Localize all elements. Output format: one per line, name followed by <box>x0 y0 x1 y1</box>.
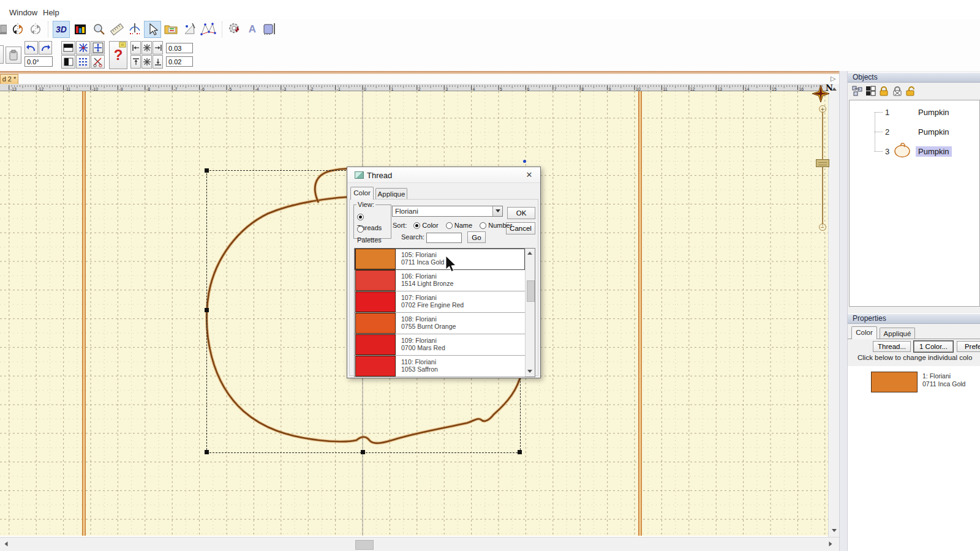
scroll-up-icon[interactable] <box>527 252 532 255</box>
clipboard-button[interactable] <box>6 47 21 64</box>
align-left-icon[interactable] <box>130 41 141 54</box>
redo-button[interactable] <box>39 41 52 54</box>
text-tool-icon[interactable]: A <box>244 21 261 38</box>
spacing-top-input[interactable] <box>166 43 193 53</box>
thread-list-scrollbar[interactable] <box>525 249 535 377</box>
thread-list-item[interactable]: 106: Floriani 1514 Light Bronze <box>355 270 525 291</box>
view-palettes-radio[interactable]: Palettes <box>357 223 391 245</box>
unlock-icon[interactable] <box>905 85 916 96</box>
ok-button[interactable]: OK <box>507 207 535 219</box>
zoom-in-button[interactable]: + <box>819 105 826 113</box>
undo-button[interactable] <box>24 41 38 54</box>
menu-window[interactable]: Window <box>9 8 37 17</box>
thread-list-item[interactable]: 108: Floriani 0755 Burnt Orange <box>355 313 525 334</box>
go-button[interactable]: Go <box>467 231 486 243</box>
rotation-input[interactable] <box>24 56 53 67</box>
flip-horizontal-icon[interactable] <box>9 21 26 38</box>
spacing-bottom-input[interactable] <box>166 56 193 67</box>
properties-tab-color[interactable]: Color <box>851 326 877 339</box>
scroll-right-icon[interactable] <box>829 542 832 547</box>
stitch-needle-icon[interactable] <box>126 21 143 38</box>
fit-view-icon[interactable] <box>91 41 105 54</box>
stamp-icon[interactable] <box>0 21 9 38</box>
selection-handle-top-left[interactable] <box>205 168 209 173</box>
canvas-zoom-slider[interactable]: + − <box>815 105 831 231</box>
dropdown-button[interactable] <box>492 206 502 216</box>
thread-list[interactable]: 105: Floriani 0711 Inca Gold 106: Floria… <box>354 248 535 377</box>
scroll-down-icon[interactable] <box>832 529 837 532</box>
lock-icon[interactable] <box>878 85 889 96</box>
stitch-list-icon[interactable] <box>76 55 90 69</box>
scroll-thumb[interactable] <box>527 280 535 302</box>
selection-handle-bottom-left[interactable] <box>205 450 209 454</box>
selection-handle-mid-left[interactable] <box>205 308 209 312</box>
svg-text:-6: -6 <box>201 87 205 91</box>
zoom-out-button[interactable]: − <box>819 223 826 231</box>
search-input[interactable] <box>426 233 462 243</box>
objects-panel-header: Objects <box>848 72 980 83</box>
menu-help[interactable]: Help <box>43 8 59 17</box>
thread-id: 110: Floriani <box>401 358 436 365</box>
panel-splitter[interactable] <box>839 71 848 551</box>
partial-button[interactable] <box>0 45 4 64</box>
selection-handle-bottom-center[interactable] <box>361 450 365 454</box>
flip-vertical-icon[interactable] <box>27 21 44 38</box>
center-vertical-icon[interactable] <box>141 55 152 69</box>
contrast-icon[interactable] <box>61 55 75 69</box>
zoom-slider-handle[interactable] <box>816 159 829 167</box>
lock-x-icon[interactable] <box>892 85 903 96</box>
thread-button[interactable]: Thread... <box>873 341 911 352</box>
applique-tool-icon[interactable] <box>262 21 279 38</box>
dialog-tab-applique[interactable]: Applique <box>375 188 407 200</box>
align-bottom-icon[interactable] <box>153 55 163 69</box>
thread-list-item[interactable]: 109: Floriani 0700 Mars Red <box>355 334 525 356</box>
thread-list-item[interactable]: 110: Floriani 1053 Saffron <box>355 356 525 377</box>
zoom-tool-icon[interactable] <box>91 21 108 38</box>
horizontal-scroll-thumb[interactable] <box>355 540 374 550</box>
object-item-3-selected[interactable]: Pumpkin <box>916 146 952 157</box>
objects-list[interactable]: 1 Pumpkin 2 Pumpkin 3 Pumpkin <box>849 100 980 307</box>
group-objects-icon[interactable] <box>851 85 862 96</box>
thread-list-item[interactable]: 107: Floriani 0702 Fire Engine Red <box>355 291 525 313</box>
thread-name: 1053 Saffron <box>401 365 438 373</box>
expand-arrows-icon[interactable] <box>76 41 90 54</box>
mesh-points-icon[interactable] <box>200 21 217 38</box>
brand-dropdown[interactable]: Floriani <box>392 206 503 217</box>
color-chart-icon[interactable] <box>72 21 89 38</box>
tab-scroll-arrow-icon[interactable]: ▷ <box>831 75 835 83</box>
scissors-icon[interactable] <box>91 55 105 69</box>
document-tab[interactable]: d 2 * <box>0 74 18 84</box>
object-item-1[interactable]: Pumpkin <box>916 107 952 118</box>
center-horizontal-icon[interactable] <box>141 41 152 54</box>
measure-ruler-icon[interactable] <box>108 21 126 38</box>
3d-view-button[interactable]: 3D <box>53 21 70 38</box>
settings-gear-icon[interactable] <box>226 21 243 38</box>
align-top-icon[interactable] <box>130 55 141 69</box>
scroll-down-icon[interactable] <box>527 370 532 373</box>
sort-color-radio[interactable]: Color <box>413 222 438 229</box>
background-mode-icon[interactable] <box>61 41 75 54</box>
help-button[interactable]: ? <box>109 41 127 69</box>
svg-text:7: 7 <box>554 87 557 91</box>
properties-tab-applique[interactable]: Appliqué <box>880 328 915 339</box>
object-item-2[interactable]: Pumpkin <box>916 127 952 137</box>
dialog-title: Thread <box>367 171 392 180</box>
sort-name-radio[interactable]: Name <box>446 222 472 229</box>
sequence-view-icon[interactable] <box>162 21 179 38</box>
scroll-left-icon[interactable] <box>5 542 8 547</box>
canvas-horizontal-scrollbar[interactable] <box>0 537 839 551</box>
thread-list-item[interactable]: 105: Floriani 0711 Inca Gold <box>355 249 525 270</box>
close-icon[interactable]: ✕ <box>524 170 534 179</box>
select-tool-icon[interactable] <box>144 21 161 38</box>
ungroup-objects-icon[interactable] <box>865 85 876 96</box>
dialog-tab-color[interactable]: Color <box>350 187 374 200</box>
shape-sail-icon[interactable] <box>181 21 198 38</box>
sort-number-radio[interactable]: Number <box>480 222 512 229</box>
dialog-title-bar[interactable]: Thread ✕ <box>347 167 540 183</box>
selection-handle-bottom-right[interactable] <box>518 450 522 454</box>
align-right-icon[interactable] <box>153 41 163 54</box>
property-color-swatch[interactable] <box>871 372 918 392</box>
one-color-button[interactable]: 1 Color... <box>914 341 953 352</box>
compass-north-label: N <box>826 83 833 92</box>
preferences-button[interactable]: Preferen <box>957 341 980 352</box>
